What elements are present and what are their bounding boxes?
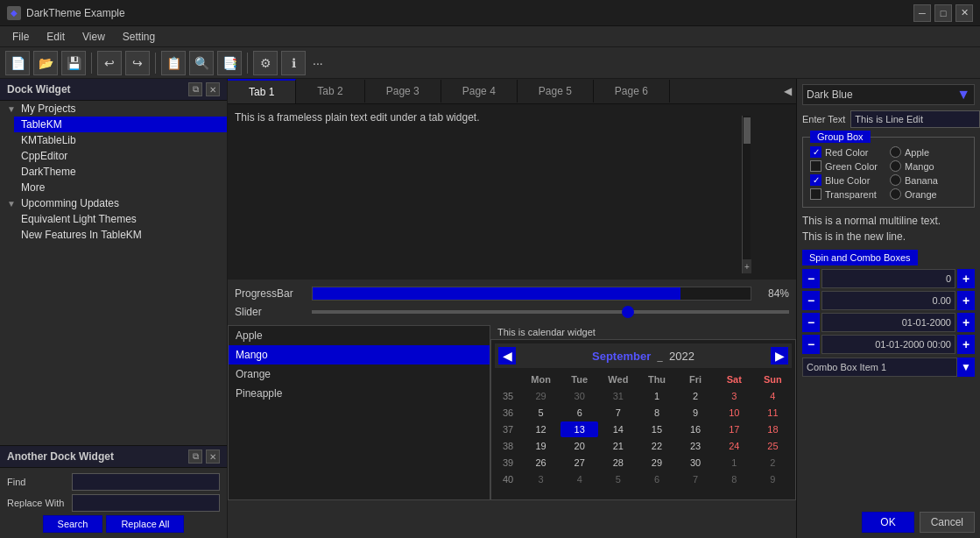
cal-day-40-2[interactable]: 4 [561, 471, 598, 487]
calendar-widget[interactable]: ◀ September _ 2022 ▶ Mon Tue Wed [490, 339, 796, 500]
tree-root[interactable]: ▼ My Projects [0, 101, 227, 117]
copy-button[interactable]: 📋 [161, 51, 186, 75]
more-icon[interactable]: ··· [313, 56, 323, 70]
tab-content-area[interactable]: This is a frameless plain text edit unde… [228, 104, 796, 280]
spin-1-plus[interactable]: + [957, 291, 975, 310]
menu-setting[interactable]: Setting [114, 29, 164, 45]
open-button[interactable]: 📂 [33, 51, 58, 75]
cal-day-39-6[interactable]: 1 [716, 455, 753, 471]
list-item-orange[interactable]: Orange [229, 365, 490, 384]
combo-box-arrow[interactable]: ▼ [957, 357, 975, 377]
check-green[interactable]: Green Color [810, 160, 887, 172]
tree-item-cppeditor[interactable]: CppEditor [14, 148, 227, 164]
cal-day-39-2[interactable]: 27 [561, 455, 598, 471]
tab-2[interactable]: Tab 2 [296, 80, 364, 103]
replace-all-button[interactable]: Replace All [106, 515, 184, 533]
spin-1-input[interactable] [821, 291, 955, 310]
check-blue[interactable]: Blue Color [810, 174, 887, 186]
tree-item-kmtablelib[interactable]: KMTableLib [14, 132, 227, 148]
menu-view[interactable]: View [74, 29, 114, 45]
checkbox-red[interactable] [810, 146, 821, 158]
cal-day-38-3[interactable]: 21 [599, 438, 637, 454]
scroll-down-btn[interactable]: + [743, 259, 751, 273]
cal-day-37-6[interactable]: 17 [716, 421, 753, 437]
cal-day-40-1[interactable]: 3 [522, 471, 560, 487]
cal-next-button[interactable]: ▶ [771, 347, 788, 365]
cal-day-37-5[interactable]: 16 [677, 421, 715, 437]
tab-page4[interactable]: Page 4 [441, 80, 518, 103]
list-item-pineapple[interactable]: Pineapple [229, 384, 490, 403]
check-transparent[interactable]: Transparent [810, 188, 887, 200]
redo-button[interactable]: ↪ [125, 51, 150, 75]
theme-dropdown[interactable]: Dark Blue ▼ [802, 84, 975, 105]
cal-day-40-6[interactable]: 8 [716, 471, 753, 487]
cal-day-36-6[interactable]: 10 [716, 405, 753, 421]
radio-orange[interactable]: Orange [890, 188, 967, 200]
spin-0-plus[interactable]: + [957, 269, 975, 288]
cal-day-39-1[interactable]: 26 [522, 455, 560, 471]
tab-scrollbar[interactable]: + [742, 116, 751, 273]
checkbox-blue[interactable] [810, 174, 821, 186]
cal-day-38-6[interactable]: 24 [716, 438, 753, 454]
save-button[interactable]: 💾 [61, 51, 86, 75]
spin-2-plus[interactable]: + [957, 313, 975, 332]
spin-0-input[interactable] [821, 269, 955, 288]
line-edit-input[interactable] [850, 110, 980, 128]
minimize-button[interactable]: ─ [913, 4, 931, 22]
slider-knob[interactable] [622, 306, 634, 318]
tab-page6[interactable]: Page 6 [594, 80, 670, 103]
cancel-button[interactable]: Cancel [920, 512, 975, 533]
ok-button[interactable]: OK [862, 512, 913, 533]
search-button[interactable]: Search [43, 515, 103, 533]
cal-day-39-5[interactable]: 30 [677, 455, 715, 471]
cal-day-38-7[interactable]: 25 [754, 438, 792, 454]
replace-input[interactable] [72, 494, 220, 512]
new-button[interactable]: 📄 [5, 51, 30, 75]
tree-item-tablekm[interactable]: TableKM [14, 117, 227, 132]
cal-day-37-3[interactable]: 14 [599, 421, 637, 437]
tree-item-new-features[interactable]: New Features In TableKM [14, 227, 227, 243]
cal-day-38-1[interactable]: 19 [522, 438, 560, 454]
radiobox-apple[interactable] [890, 146, 901, 158]
cal-prev-button[interactable]: ◀ [498, 347, 516, 365]
tree-item-more[interactable]: More [14, 180, 227, 195]
spin-3-plus[interactable]: + [957, 335, 975, 354]
cal-day-38-5[interactable]: 23 [677, 438, 715, 454]
cal-day-40-7[interactable]: 9 [754, 471, 792, 487]
cal-day-35-4[interactable]: 1 [638, 388, 675, 404]
tab-page5[interactable]: Page 5 [518, 80, 594, 103]
maximize-button[interactable]: □ [934, 4, 952, 22]
spin-3-minus[interactable]: − [802, 335, 820, 354]
scrollbar-thumb[interactable] [744, 117, 751, 144]
another-dock-close[interactable]: ✕ [206, 450, 220, 464]
cal-day-36-7[interactable]: 11 [754, 405, 792, 421]
cal-day-40-3[interactable]: 5 [599, 471, 637, 487]
combo-box-input[interactable] [802, 357, 957, 377]
info-button[interactable]: ℹ [281, 51, 306, 75]
check-red[interactable]: Red Color [810, 146, 887, 158]
radiobox-mango[interactable] [890, 160, 901, 172]
cal-day-36-1[interactable]: 5 [522, 405, 560, 421]
settings-button[interactable]: ⚙ [253, 51, 278, 75]
radiobox-orange[interactable] [890, 188, 901, 200]
another-dock-float[interactable]: ⧉ [188, 450, 202, 464]
menu-edit[interactable]: Edit [38, 29, 74, 45]
cal-day-39-3[interactable]: 28 [599, 455, 637, 471]
cal-day-35-2[interactable]: 30 [561, 388, 598, 404]
cal-day-36-2[interactable]: 6 [561, 405, 598, 421]
radio-banana[interactable]: Banana [890, 174, 967, 186]
close-button[interactable]: ✕ [955, 4, 973, 22]
tree-item-darktheme[interactable]: DarkTheme [14, 164, 227, 180]
list-widget[interactable]: Apple Mango Orange Pineapple [228, 325, 490, 500]
cal-day-35-6[interactable]: 3 [716, 388, 753, 404]
cal-day-35-7[interactable]: 4 [754, 388, 792, 404]
tab-page3[interactable]: Page 3 [365, 80, 441, 103]
dock-close-button[interactable]: ✕ [206, 82, 220, 96]
tree-widget[interactable]: ▼ My Projects TableKM KMTableLib CppEdit… [0, 101, 227, 445]
cal-day-37-4[interactable]: 15 [638, 421, 675, 437]
find-input[interactable] [72, 473, 220, 491]
cal-day-40-5[interactable]: 7 [677, 471, 715, 487]
checkbox-transparent[interactable] [810, 188, 821, 200]
cal-day-36-4[interactable]: 8 [638, 405, 675, 421]
tab-1[interactable]: Tab 1 [228, 79, 296, 103]
